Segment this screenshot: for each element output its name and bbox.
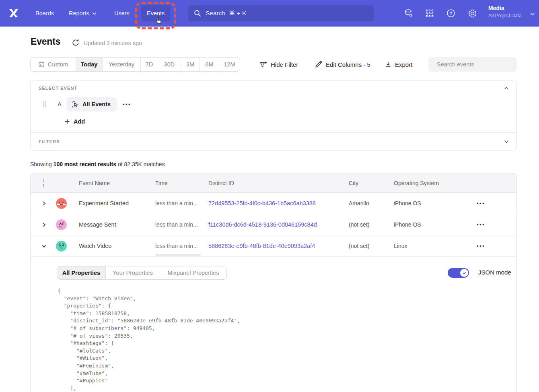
query-builder-card: SELECT EVENT A All Events ••• Add FILTER… xyxy=(30,80,517,151)
event-selector-pill[interactable]: All Events xyxy=(66,97,117,111)
settings-gear-icon[interactable] xyxy=(467,8,477,18)
plus-icon xyxy=(64,119,70,124)
event-time: less than a min... xyxy=(155,243,198,249)
event-os: iPhone OS xyxy=(394,221,421,228)
event-name: Experiment Started xyxy=(79,200,129,206)
collapse-row-chevron-down-icon[interactable] xyxy=(41,243,47,249)
date-today-button[interactable]: Today xyxy=(76,58,103,71)
row-more-icon[interactable]: ••• xyxy=(477,243,485,249)
column-header-event-name[interactable]: Event Name xyxy=(79,180,110,186)
date-range-control: Custom Today Yesterday 7D 30D 3M 6M 12M xyxy=(30,57,240,72)
project-switcher[interactable]: Media All Project Data xyxy=(488,5,522,19)
table-row[interactable]: Experiment Started less than a min... 72… xyxy=(31,193,516,214)
column-header-os[interactable]: Operating System xyxy=(394,180,439,186)
hide-filter-button[interactable]: Hide Filter xyxy=(259,57,298,72)
tab-all-properties[interactable]: All Properties xyxy=(57,266,106,279)
events-table: ↓ ↑ Event Name Time Distinct ID City Ope… xyxy=(30,173,517,392)
date-3m-button[interactable]: 3M xyxy=(181,58,200,71)
refresh-icon[interactable] xyxy=(72,39,79,46)
row-more-icon[interactable]: ••• xyxy=(477,222,485,228)
search-events-input[interactable] xyxy=(437,61,512,68)
svg-text:?: ? xyxy=(450,11,453,16)
distinct-id-link[interactable]: f11c30d6-dc6d-4518-9136-0d046159c84d xyxy=(208,221,317,228)
chevron-down-icon xyxy=(92,11,97,16)
column-header-city[interactable]: City xyxy=(349,180,358,186)
nav-item-users[interactable]: Users xyxy=(114,0,130,27)
date-12m-button[interactable]: 12M xyxy=(219,58,240,71)
check-icon xyxy=(462,271,467,275)
calendar-icon xyxy=(38,61,45,68)
event-name: Message Sent xyxy=(79,221,116,228)
project-name: Media xyxy=(488,5,522,11)
row-more-icon[interactable]: ••• xyxy=(477,200,485,206)
table-header: ↓ ↑ Event Name Time Distinct ID City Ope… xyxy=(31,173,516,193)
data-management-icon[interactable] xyxy=(404,8,414,18)
global-search-input[interactable] xyxy=(206,10,368,17)
global-search[interactable] xyxy=(188,5,374,21)
event-avatar xyxy=(56,241,67,252)
column-header-time[interactable]: Time xyxy=(155,180,168,186)
export-button[interactable]: Export xyxy=(385,57,412,72)
project-chevron-down-icon[interactable] xyxy=(530,11,535,18)
results-summary: Showing 100 most recent results of 82.35… xyxy=(30,161,165,167)
toggle-knob xyxy=(460,269,468,277)
date-custom-button[interactable]: Custom xyxy=(31,58,76,71)
event-time: less than a min... xyxy=(155,221,198,228)
event-name: Watch Video xyxy=(79,243,111,249)
event-os: iPhone OS xyxy=(394,200,421,206)
nav-item-boards[interactable]: Boards xyxy=(35,0,54,27)
event-city: (not set) xyxy=(349,243,369,249)
distinct-id-link[interactable]: 72d49553-25fc-4f0c-b436-1b5ac6ab3388 xyxy=(208,200,316,206)
collapse-all-icon[interactable]: ↓ ↑ xyxy=(42,177,45,188)
mixpanel-events-page: Boards Reports Users Events ? Media xyxy=(0,0,539,392)
expand-row-chevron-right-icon[interactable] xyxy=(41,222,47,227)
search-events-field[interactable] xyxy=(428,57,517,72)
json-mode-label: JSON mode xyxy=(478,269,511,276)
mixpanel-logo-icon[interactable] xyxy=(8,8,19,19)
tab-your-properties[interactable]: Your Properties xyxy=(106,266,160,279)
edit-columns-button[interactable]: Edit Columns · 5 xyxy=(315,57,370,72)
distinct-id-link[interactable]: 5886283e-e9fb-48fb-81de-40e9093a2af4 xyxy=(208,243,315,249)
table-row-expanded[interactable]: Watch Video less than a min... 5886283e-… xyxy=(31,235,516,257)
event-row-more-icon[interactable]: ••• xyxy=(123,101,131,107)
add-event-button[interactable]: Add xyxy=(64,118,85,125)
event-time: less than a min... xyxy=(155,200,198,206)
updated-timestamp: Updated 3 minutes ago xyxy=(84,40,142,46)
collapse-section-chevron-up-icon[interactable] xyxy=(504,85,510,92)
date-6m-button[interactable]: 6M xyxy=(200,58,219,71)
select-event-label: SELECT EVENT xyxy=(39,86,77,91)
event-json-code: { "event": "Watch Video", "properties": … xyxy=(58,287,240,392)
column-header-distinct-id[interactable]: Distinct ID xyxy=(208,180,234,186)
section-divider xyxy=(31,132,516,133)
event-city: Amarillo xyxy=(349,200,369,206)
expand-filters-chevron-down-icon[interactable] xyxy=(504,139,510,145)
project-scope: All Project Data xyxy=(488,13,522,19)
expand-row-chevron-right-icon[interactable] xyxy=(41,200,47,206)
filters-label: FILTERS xyxy=(39,139,60,144)
horizontal-scrollbar[interactable] xyxy=(155,254,201,256)
nav-item-events[interactable]: Events xyxy=(141,5,171,21)
all-events-sparkle-cursor-icon xyxy=(71,101,79,108)
event-os: Linux xyxy=(394,243,407,249)
event-avatar xyxy=(56,198,67,209)
filter-funnel-icon xyxy=(259,61,267,68)
event-detail-panel: All Properties Your Properties Mixpanel … xyxy=(31,257,516,392)
apps-grid-icon[interactable] xyxy=(425,8,434,18)
drag-handle[interactable] xyxy=(43,101,46,107)
date-yesterday-button[interactable]: Yesterday xyxy=(103,58,141,71)
date-7d-button[interactable]: 7D xyxy=(141,58,158,71)
download-icon xyxy=(385,61,391,68)
properties-tabs: All Properties Your Properties Mixpanel … xyxy=(57,266,227,280)
json-mode-toggle[interactable] xyxy=(448,268,469,278)
help-icon[interactable]: ? xyxy=(446,8,456,18)
nav-item-reports[interactable]: Reports xyxy=(69,0,97,27)
page-title: Events xyxy=(31,36,60,47)
event-city: (not set) xyxy=(349,221,369,228)
tab-mixpanel-properties[interactable]: Mixpanel Properties xyxy=(160,266,226,279)
date-30d-button[interactable]: 30D xyxy=(158,58,181,71)
search-icon xyxy=(194,10,201,17)
pencil-icon xyxy=(315,61,322,68)
event-row-letter: A xyxy=(56,101,63,107)
table-row[interactable]: Message Sent less than a min... f11c30d6… xyxy=(31,214,516,235)
event-avatar xyxy=(56,219,67,230)
